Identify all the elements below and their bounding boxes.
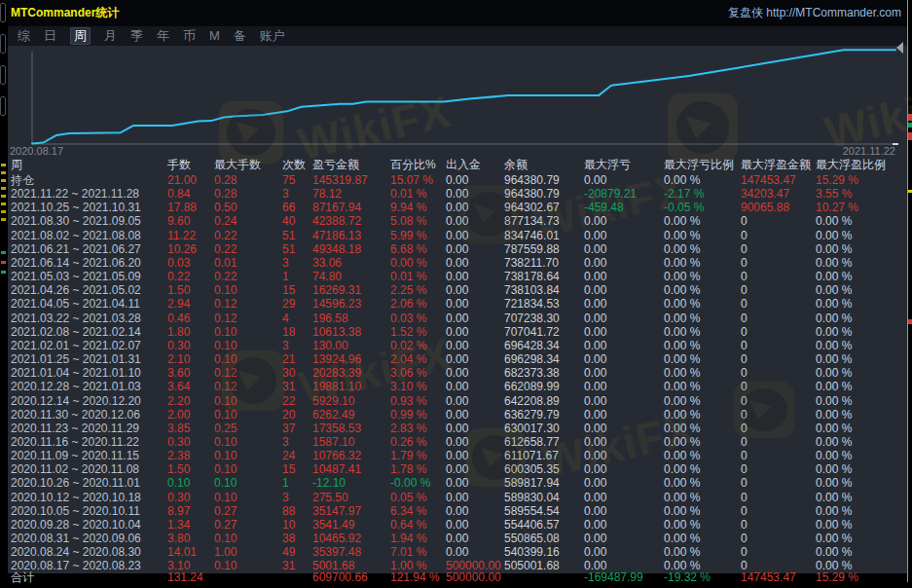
cell: 0.00 (584, 504, 664, 518)
cell: 78.12 (312, 187, 390, 201)
menu-item-月[interactable]: 月 (104, 27, 117, 45)
cell: 0.00 % (664, 339, 741, 352)
cell: 0.30 (167, 435, 214, 449)
cell: 0.00 (446, 462, 504, 476)
cell: 0.00 % (664, 518, 741, 532)
cell: 589554.54 (504, 504, 584, 518)
cell: 13924.96 (312, 352, 390, 366)
table-row[interactable]: 2020.11.30 ~ 2020.12.062.000.10206262.49… (8, 408, 907, 422)
column-header[interactable]: 手数 (167, 157, 214, 173)
cell-period: 2020.11.02 ~ 2020.11.08 (11, 462, 167, 476)
cell-period: 2021.08.02 ~ 2021.08.08 (11, 229, 167, 242)
total-label: 合计 (11, 573, 167, 583)
table-row[interactable]: 2021.10.25 ~ 2021.10.3117.880.506687167.… (8, 201, 907, 214)
menu-item-季[interactable]: 季 (130, 27, 143, 45)
cell: 1 (282, 476, 312, 490)
table-row[interactable]: 2021.06.21 ~ 2021.06.2710.260.225149348.… (8, 242, 907, 256)
table-row[interactable]: 2020.12.28 ~ 2021.01.033.640.123119881.1… (8, 380, 907, 393)
table-row[interactable]: 2021.01.25 ~ 2021.01.312.100.102113924.9… (8, 352, 907, 366)
column-header[interactable]: 出入金 (446, 157, 504, 173)
cell: 0.00 (446, 394, 504, 408)
column-header[interactable]: 最大浮盈金额 (741, 157, 816, 173)
table-row[interactable]: 2020.08.31 ~ 2020.09.063.800.103810465.9… (8, 532, 907, 545)
column-header[interactable]: 百分比% (390, 157, 446, 173)
column-header[interactable]: 最大手数 (214, 157, 282, 173)
cell: 636279.79 (504, 408, 584, 422)
column-header[interactable]: 余额 (504, 157, 584, 173)
column-header[interactable]: 盈亏金额 (312, 157, 390, 173)
table-row[interactable]: 2021.01.04 ~ 2021.01.103.600.123020283.3… (8, 366, 907, 380)
equity-chart[interactable]: 2020.08.17 2021.11.22 (8, 46, 908, 157)
cell: -0.00 % (390, 476, 446, 490)
menu-item-M[interactable]: M (209, 27, 220, 45)
table-row[interactable]: 2021.05.03 ~ 2021.05.090.220.22174.800.0… (8, 270, 907, 283)
cell: 0.22 (167, 270, 214, 283)
cell: 1 (282, 270, 312, 283)
cell: 0 (741, 449, 816, 462)
cell: 0.12 (214, 380, 282, 393)
bg-fragment (1, 210, 6, 213)
menu-item-综[interactable]: 综 (18, 27, 30, 45)
table-row[interactable]: 2020.10.05 ~ 2020.10.118.970.278835147.9… (8, 504, 907, 518)
cell: 37 (282, 422, 312, 435)
table-row[interactable]: 2021.08.30 ~ 2021.09.059.600.244042388.7… (8, 214, 907, 228)
table-row[interactable]: 2021.06.14 ~ 2021.06.200.030.01333.060.0… (8, 256, 907, 270)
cell: 0 (741, 283, 816, 297)
cell: 5.08 % (390, 214, 446, 228)
table-row[interactable]: 2020.09.28 ~ 2020.10.041.340.27103541.49… (8, 518, 907, 532)
column-header[interactable]: 最大浮亏比例 (664, 157, 741, 173)
menu-item-备[interactable]: 备 (234, 27, 246, 45)
table-row[interactable]: 2020.11.02 ~ 2020.11.081.500.101510487.4… (8, 462, 907, 476)
cell: 0.00 (584, 242, 664, 256)
window-title: MTCommander统计 (11, 5, 119, 21)
table-row[interactable]: 2021.03.22 ~ 2021.03.280.460.124196.580.… (8, 312, 907, 325)
menu-item-年[interactable]: 年 (157, 27, 169, 45)
cell: 29 (282, 297, 312, 311)
cell: 2.04 % (390, 352, 446, 366)
cell: 15 (282, 462, 312, 476)
cell: 0 (741, 229, 816, 242)
table-row[interactable]: 2021.11.22 ~ 2021.11.280.840.28378.120.0… (8, 187, 907, 201)
table-row[interactable]: 2021.04.05 ~ 2021.04.112.940.122914596.2… (8, 297, 907, 311)
cell: 21 (282, 352, 312, 366)
column-header[interactable]: 周 (11, 157, 167, 173)
cell: 0.00 (446, 366, 504, 380)
table-row[interactable]: 2021.08.02 ~ 2021.08.0811.220.225147186.… (8, 229, 907, 242)
table-row[interactable]: 2020.10.12 ~ 2020.10.180.300.103275.500.… (8, 491, 907, 504)
cell: 0.00 (584, 408, 664, 422)
table-row[interactable]: 2020.11.16 ~ 2020.11.220.300.1031587.100… (8, 435, 907, 449)
title-bar[interactable]: MTCommander统计 复盘侠 http://MTCommander.com (8, 0, 907, 26)
cell: 0.00 (584, 476, 664, 490)
column-header[interactable]: 最大浮盈比例 (816, 157, 907, 173)
cell: 707238.30 (504, 312, 584, 325)
column-header[interactable]: 最大浮亏 (584, 157, 664, 173)
menu-item-币[interactable]: 币 (183, 27, 196, 45)
cell: 0.00 (446, 408, 504, 422)
table-row[interactable]: 2021.02.01 ~ 2021.02.070.300.103130.000.… (8, 339, 907, 352)
column-header[interactable]: 次数 (282, 157, 312, 173)
cell: 0.00 (446, 283, 504, 297)
menu-item-周[interactable]: 周 (70, 27, 91, 45)
table-row[interactable]: 2020.11.23 ~ 2020.11.293.850.253717358.5… (8, 422, 907, 435)
cell: 964380.79 (504, 173, 584, 187)
cell: 0.12 (214, 312, 282, 325)
cell: 0.00 % (664, 435, 741, 449)
table-row[interactable]: 2021.02.08 ~ 2021.02.141.800.101810613.3… (8, 325, 907, 339)
cell: 0.00 (584, 325, 664, 339)
table-row[interactable]: 持仓21.000.2875145319.8715.07 %0.00964380.… (8, 173, 907, 187)
cell: 145319.87 (312, 173, 390, 187)
brand-link[interactable]: 复盘侠 http://MTCommander.com (728, 5, 901, 21)
cell: 3 (282, 435, 312, 449)
cell: -2.17 % (664, 187, 741, 201)
cell: 35397.48 (312, 545, 390, 559)
cell: 275.50 (312, 491, 390, 504)
table-row[interactable]: 2020.11.09 ~ 2020.11.152.380.102410766.3… (8, 449, 907, 462)
table-row[interactable]: 2020.10.26 ~ 2020.11.010.100.101-12.10-0… (8, 476, 907, 490)
table-row[interactable]: 2021.04.26 ~ 2021.05.021.500.101516269.3… (8, 283, 907, 297)
menu-item-账户[interactable]: 账户 (260, 27, 285, 45)
menu-item-日[interactable]: 日 (44, 27, 56, 45)
table-row[interactable]: 2020.12.14 ~ 2020.12.202.200.10225929.10… (8, 394, 907, 408)
table-row[interactable]: 2020.08.24 ~ 2020.08.3014.011.004935397.… (8, 545, 907, 559)
cell: 31 (282, 559, 312, 572)
cell-period: 2020.10.12 ~ 2020.10.18 (11, 491, 167, 504)
